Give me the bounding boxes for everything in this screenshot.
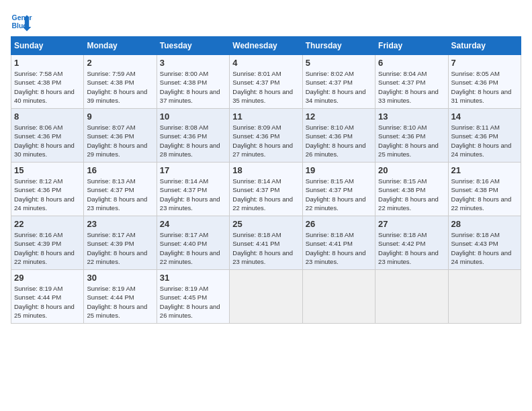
day-number: 30 bbox=[87, 273, 153, 283]
cell-info: Sunrise: 8:13 AM Sunset: 4:37 PM Dayligh… bbox=[87, 177, 153, 212]
calendar-cell: 9 Sunrise: 8:07 AM Sunset: 4:36 PM Dayli… bbox=[84, 109, 157, 163]
day-number: 9 bbox=[87, 111, 153, 122]
calendar-cell: 15 Sunrise: 8:12 AM Sunset: 4:36 PM Dayl… bbox=[11, 163, 84, 216]
calendar-cell: 27 Sunrise: 8:18 AM Sunset: 4:42 PM Dayl… bbox=[375, 216, 448, 270]
calendar-cell: 18 Sunrise: 8:14 AM Sunset: 4:37 PM Dayl… bbox=[230, 163, 302, 216]
day-header-friday: Friday bbox=[375, 37, 448, 55]
calendar-week-row: 15 Sunrise: 8:12 AM Sunset: 4:36 PM Dayl… bbox=[11, 163, 521, 216]
cell-info: Sunrise: 8:14 AM Sunset: 4:37 PM Dayligh… bbox=[160, 177, 226, 212]
day-number: 15 bbox=[14, 165, 81, 175]
day-number: 24 bbox=[160, 219, 226, 229]
calendar-cell: 3 Sunrise: 8:00 AM Sunset: 4:38 PM Dayli… bbox=[157, 55, 229, 109]
cell-info: Sunrise: 8:00 AM Sunset: 4:38 PM Dayligh… bbox=[160, 69, 226, 105]
cell-info: Sunrise: 8:06 AM Sunset: 4:36 PM Dayligh… bbox=[14, 123, 81, 158]
day-number: 22 bbox=[14, 219, 81, 229]
calendar-cell: 8 Sunrise: 8:06 AM Sunset: 4:36 PM Dayli… bbox=[11, 109, 84, 163]
calendar-cell: 1 Sunrise: 7:58 AM Sunset: 4:38 PM Dayli… bbox=[11, 55, 84, 109]
day-number: 29 bbox=[14, 273, 81, 283]
day-number: 8 bbox=[14, 111, 81, 122]
calendar-cell: 22 Sunrise: 8:16 AM Sunset: 4:39 PM Dayl… bbox=[11, 216, 84, 270]
cell-info: Sunrise: 8:12 AM Sunset: 4:36 PM Dayligh… bbox=[14, 177, 81, 212]
day-number: 21 bbox=[451, 165, 518, 175]
day-number: 7 bbox=[451, 58, 518, 68]
calendar-cell: 16 Sunrise: 8:13 AM Sunset: 4:37 PM Dayl… bbox=[84, 163, 157, 216]
cell-info: Sunrise: 8:01 AM Sunset: 4:37 PM Dayligh… bbox=[232, 69, 299, 105]
cell-info: Sunrise: 8:18 AM Sunset: 4:43 PM Dayligh… bbox=[451, 230, 518, 266]
cell-info: Sunrise: 8:05 AM Sunset: 4:36 PM Dayligh… bbox=[451, 69, 518, 105]
day-number: 11 bbox=[232, 111, 299, 122]
cell-info: Sunrise: 8:07 AM Sunset: 4:36 PM Dayligh… bbox=[87, 123, 153, 158]
cell-info: Sunrise: 8:16 AM Sunset: 4:38 PM Dayligh… bbox=[451, 177, 518, 212]
logo-icon: General Blue bbox=[11, 11, 32, 32]
day-number: 27 bbox=[378, 219, 445, 229]
calendar-week-row: 1 Sunrise: 7:58 AM Sunset: 4:38 PM Dayli… bbox=[11, 55, 521, 109]
header: General Blue bbox=[11, 11, 521, 32]
day-number: 17 bbox=[160, 165, 226, 175]
calendar-week-row: 22 Sunrise: 8:16 AM Sunset: 4:39 PM Dayl… bbox=[11, 216, 521, 270]
day-number: 31 bbox=[160, 273, 226, 283]
day-header-thursday: Thursday bbox=[302, 37, 375, 55]
calendar-cell: 6 Sunrise: 8:04 AM Sunset: 4:37 PM Dayli… bbox=[375, 55, 448, 109]
calendar-cell: 26 Sunrise: 8:18 AM Sunset: 4:41 PM Dayl… bbox=[302, 216, 375, 270]
calendar-cell: 17 Sunrise: 8:14 AM Sunset: 4:37 PM Dayl… bbox=[157, 163, 229, 216]
calendar-cell: 20 Sunrise: 8:15 AM Sunset: 4:38 PM Dayl… bbox=[375, 163, 448, 216]
calendar-cell bbox=[230, 270, 302, 324]
day-number: 1 bbox=[14, 58, 81, 68]
day-header-monday: Monday bbox=[84, 37, 157, 55]
day-number: 16 bbox=[87, 165, 153, 175]
calendar-cell: 7 Sunrise: 8:05 AM Sunset: 4:36 PM Dayli… bbox=[448, 55, 521, 109]
day-number: 25 bbox=[232, 219, 299, 229]
calendar-week-row: 29 Sunrise: 8:19 AM Sunset: 4:44 PM Dayl… bbox=[11, 270, 521, 324]
cell-info: Sunrise: 8:18 AM Sunset: 4:41 PM Dayligh… bbox=[306, 230, 372, 266]
calendar-cell: 14 Sunrise: 8:11 AM Sunset: 4:36 PM Dayl… bbox=[448, 109, 521, 163]
calendar-cell: 4 Sunrise: 8:01 AM Sunset: 4:37 PM Dayli… bbox=[230, 55, 302, 109]
cell-info: Sunrise: 8:14 AM Sunset: 4:37 PM Dayligh… bbox=[232, 177, 299, 212]
calendar-cell bbox=[375, 270, 448, 324]
calendar-cell: 2 Sunrise: 7:59 AM Sunset: 4:38 PM Dayli… bbox=[84, 55, 157, 109]
calendar-cell: 12 Sunrise: 8:10 AM Sunset: 4:36 PM Dayl… bbox=[302, 109, 375, 163]
calendar-cell: 13 Sunrise: 8:10 AM Sunset: 4:36 PM Dayl… bbox=[375, 109, 448, 163]
calendar-cell: 30 Sunrise: 8:19 AM Sunset: 4:44 PM Dayl… bbox=[84, 270, 157, 324]
cell-info: Sunrise: 8:19 AM Sunset: 4:44 PM Dayligh… bbox=[14, 284, 81, 320]
day-header-sunday: Sunday bbox=[11, 37, 84, 55]
calendar-cell: 24 Sunrise: 8:17 AM Sunset: 4:40 PM Dayl… bbox=[157, 216, 229, 270]
calendar-cell: 21 Sunrise: 8:16 AM Sunset: 4:38 PM Dayl… bbox=[448, 163, 521, 216]
day-number: 3 bbox=[160, 58, 226, 68]
calendar-body: 1 Sunrise: 7:58 AM Sunset: 4:38 PM Dayli… bbox=[11, 55, 521, 324]
calendar-cell: 23 Sunrise: 8:17 AM Sunset: 4:39 PM Dayl… bbox=[84, 216, 157, 270]
day-number: 10 bbox=[160, 111, 226, 122]
cell-info: Sunrise: 8:11 AM Sunset: 4:36 PM Dayligh… bbox=[451, 123, 518, 158]
svg-text:General: General bbox=[12, 14, 32, 21]
cell-info: Sunrise: 8:18 AM Sunset: 4:42 PM Dayligh… bbox=[378, 230, 445, 266]
calendar-cell: 19 Sunrise: 8:15 AM Sunset: 4:37 PM Dayl… bbox=[302, 163, 375, 216]
calendar-cell: 5 Sunrise: 8:02 AM Sunset: 4:37 PM Dayli… bbox=[302, 55, 375, 109]
day-header-saturday: Saturday bbox=[448, 37, 521, 55]
day-number: 5 bbox=[306, 58, 372, 68]
calendar-cell: 31 Sunrise: 8:19 AM Sunset: 4:45 PM Dayl… bbox=[157, 270, 229, 324]
calendar-table: SundayMondayTuesdayWednesdayThursdayFrid… bbox=[11, 36, 521, 324]
day-number: 13 bbox=[378, 111, 445, 122]
logo: General Blue bbox=[11, 11, 35, 32]
day-header-wednesday: Wednesday bbox=[230, 37, 302, 55]
cell-info: Sunrise: 8:16 AM Sunset: 4:39 PM Dayligh… bbox=[14, 230, 81, 266]
cell-info: Sunrise: 8:09 AM Sunset: 4:36 PM Dayligh… bbox=[232, 123, 299, 158]
day-number: 20 bbox=[378, 165, 445, 175]
calendar-header-row: SundayMondayTuesdayWednesdayThursdayFrid… bbox=[11, 37, 521, 55]
day-number: 19 bbox=[306, 165, 372, 175]
cell-info: Sunrise: 8:17 AM Sunset: 4:40 PM Dayligh… bbox=[160, 230, 226, 266]
cell-info: Sunrise: 8:02 AM Sunset: 4:37 PM Dayligh… bbox=[306, 69, 372, 105]
cell-info: Sunrise: 7:58 AM Sunset: 4:38 PM Dayligh… bbox=[14, 69, 81, 105]
day-number: 4 bbox=[232, 58, 299, 68]
cell-info: Sunrise: 8:10 AM Sunset: 4:36 PM Dayligh… bbox=[306, 123, 372, 158]
cell-info: Sunrise: 8:15 AM Sunset: 4:38 PM Dayligh… bbox=[378, 177, 445, 212]
cell-info: Sunrise: 8:10 AM Sunset: 4:36 PM Dayligh… bbox=[378, 123, 445, 158]
calendar-cell: 11 Sunrise: 8:09 AM Sunset: 4:36 PM Dayl… bbox=[230, 109, 302, 163]
day-number: 12 bbox=[306, 111, 372, 122]
day-number: 6 bbox=[378, 58, 445, 68]
day-number: 26 bbox=[306, 219, 372, 229]
cell-info: Sunrise: 8:19 AM Sunset: 4:44 PM Dayligh… bbox=[87, 284, 153, 320]
cell-info: Sunrise: 7:59 AM Sunset: 4:38 PM Dayligh… bbox=[87, 69, 153, 105]
cell-info: Sunrise: 8:08 AM Sunset: 4:36 PM Dayligh… bbox=[160, 123, 226, 158]
day-number: 18 bbox=[232, 165, 299, 175]
calendar-cell bbox=[448, 270, 521, 324]
